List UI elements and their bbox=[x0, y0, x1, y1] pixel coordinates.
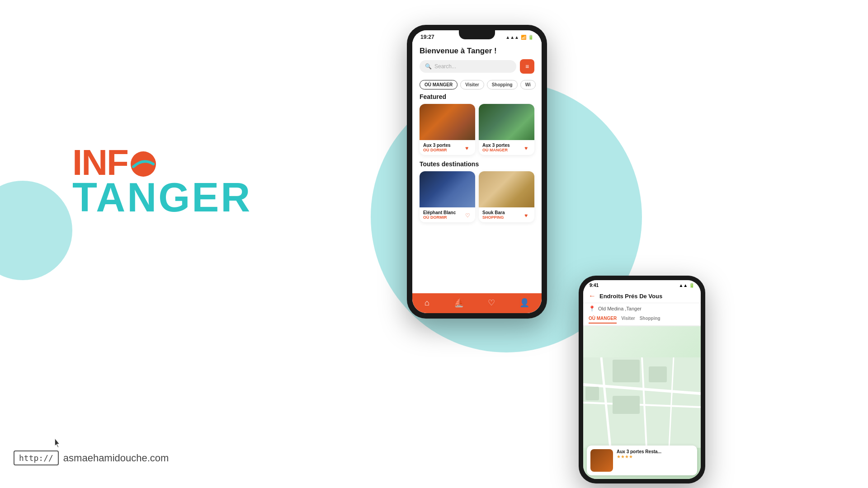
url-bar: http:// asmaehamidouche.com bbox=[14, 450, 169, 465]
destination-card-2-info: Souk Bara SHOPPING ♥ bbox=[479, 207, 534, 222]
featured-card-1-category: OÙ DORMIR bbox=[423, 148, 472, 152]
url-badge: http:// bbox=[14, 450, 59, 465]
signal-icon: ▲▲▲ bbox=[505, 35, 519, 40]
background-circle-left bbox=[0, 181, 72, 280]
featured-card-2-image bbox=[479, 104, 534, 140]
search-placeholder: Search... bbox=[434, 63, 456, 70]
destination-card-2[interactable]: Souk Bara SHOPPING ♥ bbox=[479, 171, 534, 222]
destinations-cards-row: Eléphant Blanc OÙ DORMIR ♡ Souk Bara SHO… bbox=[420, 171, 534, 222]
destination-card-1-category: OÙ DORMIR bbox=[423, 215, 472, 220]
battery-icon: 🔋 bbox=[528, 35, 533, 40]
destination-card-1[interactable]: Eléphant Blanc OÙ DORMIR ♡ bbox=[420, 171, 475, 222]
phone-secondary: 9:41 ▲▲ 🔋 ← Endroits Prés De Vous 📍 Old … bbox=[579, 276, 705, 483]
destination-card-1-image bbox=[420, 171, 475, 207]
featured-section-title: Featured bbox=[420, 93, 534, 100]
wifi-icon: 📶 bbox=[521, 35, 526, 40]
location-text: Old Medina ,Tanger bbox=[598, 306, 642, 311]
map-card-overlay[interactable]: Aux 3 portes Resta... ★★★★ bbox=[587, 446, 697, 475]
map-card-info: Aux 3 portes Resta... ★★★★ bbox=[617, 449, 693, 472]
nav-explore-icon[interactable]: ⛵ bbox=[454, 298, 464, 308]
featured-card-1-info: Aux 3 portes OÙ DORMIR ♥ bbox=[420, 140, 475, 155]
featured-card-2-heart[interactable]: ♥ bbox=[524, 145, 532, 152]
nav-profile-icon[interactable]: 👤 bbox=[519, 298, 529, 308]
bottom-nav: ⌂ ⛵ ♡ 👤 bbox=[412, 293, 542, 313]
location-pin-icon: 📍 bbox=[589, 305, 595, 312]
app-content: Bienvenue à Tanger ! 🔍 Search... ≡ OÙ MA… bbox=[412, 42, 542, 313]
nav-favorites-icon[interactable]: ♡ bbox=[488, 298, 495, 308]
category-tabs: OÙ MANGER Visiter Shopping Wi bbox=[412, 80, 542, 93]
search-row: 🔍 Search... ≡ bbox=[420, 59, 534, 74]
map-card-name: Aux 3 portes Resta... bbox=[617, 449, 693, 454]
secondary-status-bar: 9:41 ▲▲ 🔋 bbox=[583, 280, 701, 289]
app-scroll: Featured Aux 3 portes OÙ DORMIR ♥ bbox=[412, 93, 542, 293]
status-icons: ▲▲▲ 📶 🔋 bbox=[505, 35, 533, 40]
destination-card-1-heart[interactable]: ♡ bbox=[465, 212, 472, 220]
destination-card-2-name: Souk Bara bbox=[482, 210, 531, 215]
app-header: Bienvenue à Tanger ! 🔍 Search... ≡ bbox=[412, 42, 542, 80]
secondary-header: ← Endroits Prés De Vous bbox=[583, 289, 701, 303]
destination-card-2-image bbox=[479, 171, 534, 207]
featured-card-1-name: Aux 3 portes bbox=[423, 143, 472, 148]
nav-home-icon[interactable]: ⌂ bbox=[425, 298, 429, 308]
secondary-status-time: 9:41 bbox=[590, 283, 599, 288]
filter-button[interactable]: ≡ bbox=[520, 59, 534, 74]
logo-tanger-text: TANGER bbox=[72, 177, 252, 218]
secondary-status-icons: ▲▲ 🔋 bbox=[679, 283, 694, 288]
svg-rect-8 bbox=[613, 396, 640, 414]
app-title: Bienvenue à Tanger ! bbox=[420, 47, 534, 56]
phone-secondary-inner: 9:41 ▲▲ 🔋 ← Endroits Prés De Vous 📍 Old … bbox=[583, 280, 701, 479]
phone-inner: 19:27 ▲▲▲ 📶 🔋 Bienvenue à Tanger ! 🔍 Sea… bbox=[412, 30, 542, 313]
category-tab-wi[interactable]: Wi bbox=[520, 80, 536, 89]
url-text: asmaehamidouche.com bbox=[63, 452, 169, 464]
featured-card-2-info: Aux 3 portes OÙ MANGER ♥ bbox=[479, 140, 534, 155]
destination-card-1-info: Eléphant Blanc OÙ DORMIR ♡ bbox=[420, 207, 475, 222]
search-icon: 🔍 bbox=[425, 63, 432, 70]
destination-card-1-name: Eléphant Blanc bbox=[423, 210, 472, 215]
map-area[interactable]: Aux 3 portes Resta... ★★★★ bbox=[583, 326, 701, 479]
secondary-tab-shopping[interactable]: Shopping bbox=[640, 316, 660, 324]
featured-card-2[interactable]: Aux 3 portes OÙ MANGER ♥ bbox=[479, 104, 534, 155]
back-arrow-icon[interactable]: ← bbox=[589, 292, 596, 300]
svg-rect-9 bbox=[649, 366, 667, 382]
logo-o-letter bbox=[129, 148, 158, 177]
secondary-tab-visiter[interactable]: Visiter bbox=[621, 316, 635, 324]
logo-container: INF TANGER bbox=[72, 145, 252, 218]
phone-notch bbox=[459, 30, 495, 39]
featured-card-1[interactable]: Aux 3 portes OÙ DORMIR ♥ bbox=[420, 104, 475, 155]
location-bar: 📍 Old Medina ,Tanger bbox=[583, 303, 701, 314]
search-box[interactable]: 🔍 Search... bbox=[420, 60, 516, 73]
phone-main: 19:27 ▲▲▲ 📶 🔋 Bienvenue à Tanger ! 🔍 Sea… bbox=[407, 25, 547, 319]
featured-card-1-image bbox=[420, 104, 475, 140]
featured-card-1-heart[interactable]: ♥ bbox=[465, 145, 472, 152]
destination-card-2-heart[interactable]: ♥ bbox=[524, 212, 532, 220]
secondary-tab-manger[interactable]: OÙ MANGER bbox=[589, 316, 617, 324]
secondary-header-title: Endroits Prés De Vous bbox=[599, 293, 662, 300]
category-tab-manger[interactable]: OÙ MANGER bbox=[420, 80, 458, 89]
map-card-stars: ★★★★ bbox=[617, 454, 693, 459]
status-time: 19:27 bbox=[420, 34, 434, 40]
svg-rect-10 bbox=[585, 387, 599, 400]
destinations-section-title: Toutes destinations bbox=[420, 160, 534, 168]
map-card-image bbox=[590, 449, 613, 472]
category-tab-visiter[interactable]: Visiter bbox=[460, 80, 484, 89]
category-tab-shopping[interactable]: Shopping bbox=[487, 80, 518, 89]
cursor-icon bbox=[53, 437, 62, 449]
featured-card-2-name: Aux 3 portes bbox=[482, 143, 531, 148]
svg-rect-7 bbox=[613, 360, 640, 382]
destination-card-2-category: SHOPPING bbox=[482, 215, 531, 220]
secondary-tabs: OÙ MANGER Visiter Shopping bbox=[583, 314, 701, 326]
featured-card-2-category: OÙ MANGER bbox=[482, 148, 531, 152]
featured-cards-row: Aux 3 portes OÙ DORMIR ♥ Aux 3 portes OÙ… bbox=[420, 104, 534, 155]
